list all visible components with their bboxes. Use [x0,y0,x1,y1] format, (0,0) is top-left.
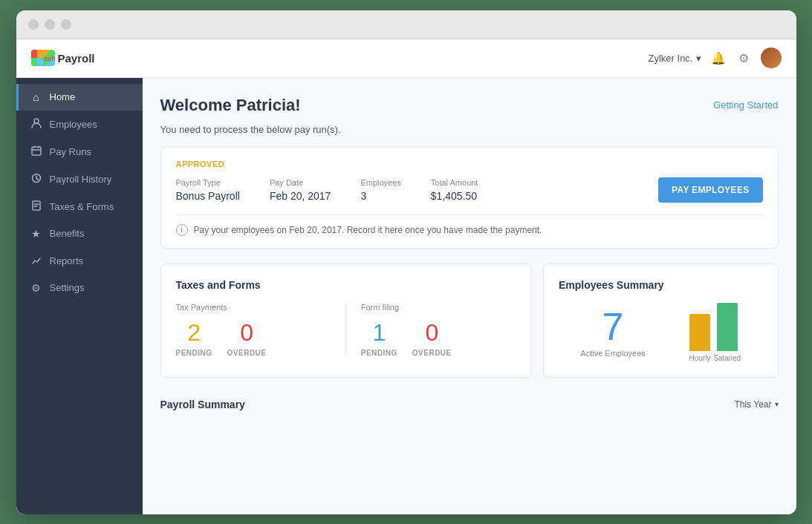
sidebar-item-reports[interactable]: Reports [16,247,143,275]
svg-text:zoho: zoho [44,55,55,62]
pay-employees-button[interactable]: PAY EMPLOYEES [658,177,762,203]
active-employees-stat: 7 Active Employees [580,307,645,358]
sidebar-item-taxes-forms-label: Taxes & Forms [50,201,114,212]
sidebar-item-home[interactable]: ⌂ Home [16,84,143,111]
hourly-bar-label: Hourly [689,354,711,362]
employees-count-group: Employees 3 [360,178,400,202]
company-selector[interactable]: Zylker Inc. ▾ [649,53,701,64]
payroll-card: APPROVED Payroll Type Bonus Payroll Pay … [160,147,779,249]
pay-date-label: Pay Date [270,178,331,187]
sidebar-item-taxes-forms[interactable]: Taxes & Forms [16,193,143,220]
payroll-type-value: Bonus Payroll [176,190,240,202]
total-amount-value: $1,405.50 [431,190,478,202]
settings-gear-icon[interactable]: ⚙ [735,50,752,66]
payroll-details: Payroll Type Bonus Payroll Pay Date Feb … [176,177,763,203]
sidebar-item-pay-runs-label: Pay Runs [50,146,91,157]
tax-payments-section: Tax Payments 2 PENDING 0 OVERDUE [176,303,346,357]
employees-widget-title: Employees Summary [559,279,763,291]
sidebar-item-home-label: Home [50,91,76,102]
taxes-widget-title: Taxes and Forms [176,279,516,291]
tax-payment-numbers: 2 PENDING 0 OVERDUE [176,321,331,357]
period-label: This Year [734,399,771,410]
sidebar-item-pay-runs[interactable]: Pay Runs [16,138,143,166]
form-filing-numbers: 1 PENDING 0 OVERDUE [361,321,516,357]
employees-count-value: 3 [360,190,400,202]
form-overdue-item: 0 OVERDUE [412,321,452,357]
payroll-type-group: Payroll Type Bonus Payroll [176,178,240,202]
benefits-icon: ★ [30,228,42,240]
svg-rect-9 [33,201,40,210]
page-header: Welcome Patricia! Getting Started [160,96,779,115]
employees-bar-chart: Hourly Salaried [689,303,741,362]
home-icon: ⌂ [30,91,42,103]
form-pending-label: PENDING [361,349,397,357]
sidebar-item-reports-label: Reports [50,255,84,266]
sidebar-item-benefits-label: Benefits [50,228,85,239]
browser-dot-3 [61,19,71,30]
taxes-widget: Taxes and Forms Tax Payments 2 PENDING [160,263,532,378]
employees-summary-content: 7 Active Employees Hourly Sal [559,303,763,362]
getting-started-link[interactable]: Getting Started [713,99,778,111]
svg-rect-1 [37,50,43,58]
salaried-bar [717,303,738,351]
tax-overdue-label: OVERDUE [227,349,267,357]
header-right: Zylker Inc. ▾ 🔔 ⚙ [649,48,782,68]
payroll-info-row: i Pay your employees on Feb 20, 2017. Re… [176,214,763,236]
tax-sections: Tax Payments 2 PENDING 0 OVERDUE [176,303,516,357]
svg-rect-0 [31,50,37,58]
app-header: zoho Payroll Zylker Inc. ▾ 🔔 ⚙ [16,39,796,78]
tax-payments-label: Tax Payments [176,303,331,312]
main-content: Welcome Patricia! Getting Started You ne… [143,78,796,514]
employees-count-label: Employees [360,178,400,187]
sidebar-item-settings[interactable]: ⚙ Settings [16,275,143,301]
logo-payroll-text: Payroll [58,52,95,65]
period-chevron-icon: ▾ [775,400,779,408]
active-employees-number: 7 [580,307,645,346]
period-selector[interactable]: This Year ▾ [734,399,778,410]
app-body: ⌂ Home Employees [16,78,796,514]
info-icon: i [176,224,188,236]
taxes-forms-icon [30,200,42,213]
company-name-text: Zylker Inc. [649,53,693,64]
app-container: zoho Payroll Zylker Inc. ▾ 🔔 ⚙ ⌂ [16,39,796,514]
form-pending-number: 1 [361,321,397,344]
form-filing-label: Form filing [361,303,516,312]
sidebar-item-employees[interactable]: Employees [16,111,143,138]
settings-icon: ⚙ [30,282,42,294]
browser-window: zoho Payroll Zylker Inc. ▾ 🔔 ⚙ ⌂ [16,10,796,514]
page-subtitle: You need to process the below pay run(s)… [160,124,779,135]
approved-badge: APPROVED [176,160,763,168]
form-overdue-label: OVERDUE [412,349,452,357]
browser-dot-2 [45,19,55,30]
reports-icon [30,255,42,267]
user-avatar[interactable] [761,48,782,68]
browser-dot-1 [28,19,39,30]
payroll-type-label: Payroll Type [176,178,240,187]
tax-overdue-item: 0 OVERDUE [227,321,267,357]
payroll-history-icon [30,173,42,186]
notification-bell-icon[interactable]: 🔔 [710,50,727,66]
pay-date-group: Pay Date Feb 20, 2017 [270,178,331,202]
total-amount-label: Total Amount [431,178,478,187]
form-filing-section: Form filing 1 PENDING 0 OVERDUE [361,303,516,357]
hourly-bar-group: Hourly [689,314,711,362]
sidebar-item-employees-label: Employees [50,119,97,130]
tax-overdue-number: 0 [227,321,267,344]
employees-icon [30,118,42,131]
payroll-summary-title: Payroll Summary [160,399,245,410]
sidebar-item-payroll-history[interactable]: Payroll History [16,166,143,193]
svg-rect-3 [37,58,43,66]
svg-point-6 [34,119,39,123]
tax-pending-number: 2 [176,321,212,344]
sidebar-item-payroll-history-label: Payroll History [50,174,112,185]
svg-rect-2 [31,58,37,66]
widgets-row: Taxes and Forms Tax Payments 2 PENDING [160,263,779,378]
pay-runs-icon [30,145,42,158]
salaried-bar-label: Salaried [713,354,741,362]
tax-pending-item: 2 PENDING [176,321,212,357]
payroll-summary-row: Payroll Summary This Year ▾ [160,393,779,416]
active-employees-label: Active Employees [580,349,645,358]
browser-chrome [16,10,796,39]
tax-pending-label: PENDING [176,349,212,357]
sidebar-item-benefits[interactable]: ★ Benefits [16,220,143,247]
